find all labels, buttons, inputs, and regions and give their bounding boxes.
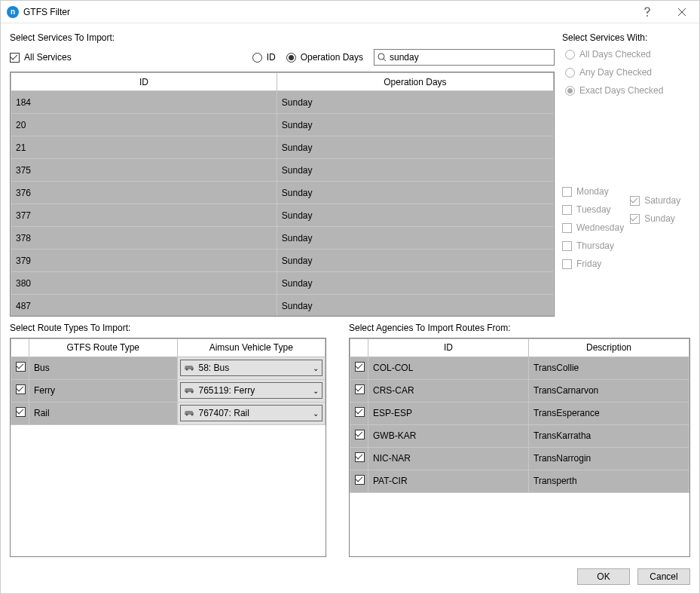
route-header-aimsun[interactable]: Aimsun Vehicle Type xyxy=(177,338,326,357)
close-icon xyxy=(678,8,686,16)
vehicle-type-select[interactable]: 767407: Rail⌄ xyxy=(180,405,323,421)
table-row[interactable]: 21Sunday xyxy=(11,136,554,159)
chevron-down-icon: ⌄ xyxy=(313,387,319,395)
svg-point-1 xyxy=(185,369,188,371)
services-header-op[interactable]: Operation Days xyxy=(277,73,553,91)
route-checkbox[interactable] xyxy=(16,407,26,417)
operation-days-radio[interactable] xyxy=(286,53,296,63)
route-checkbox[interactable] xyxy=(16,384,26,394)
route-header-gtfs[interactable]: GTFS Route Type xyxy=(29,338,178,357)
service-op-cell: Sunday xyxy=(277,182,553,204)
table-row[interactable]: 376Sunday xyxy=(11,182,554,204)
sunday-checkbox xyxy=(630,214,640,224)
service-id-cell: 487 xyxy=(11,295,277,316)
table-row[interactable]: GWB-KAR TransKarratha xyxy=(350,424,689,447)
exact-days-radio xyxy=(565,86,575,96)
agency-header-id[interactable]: ID xyxy=(368,338,529,357)
gtfs-filter-dialog: n GTFS Filter Select Services To Import:… xyxy=(0,0,700,594)
help-button[interactable] xyxy=(630,1,665,23)
services-import-label: Select Services To Import: xyxy=(10,32,555,43)
app-icon: n xyxy=(7,6,19,18)
saturday-label: Saturday xyxy=(644,195,680,206)
agency-desc-cell: TransCarnarvon xyxy=(529,379,689,402)
any-day-label: Any Day Checked xyxy=(579,67,652,78)
close-button[interactable] xyxy=(665,1,699,23)
service-id-cell: 380 xyxy=(11,272,277,295)
vehicle-type-select[interactable]: 58: Bus⌄ xyxy=(180,360,323,376)
all-services-checkbox[interactable] xyxy=(10,53,20,63)
services-table-scroll[interactable]: ID Operation Days 184Sunday20Sunday21Sun… xyxy=(11,72,554,316)
svg-point-0 xyxy=(378,54,384,60)
search-input[interactable] xyxy=(390,52,551,63)
all-services-label: All Services xyxy=(24,52,248,63)
table-row[interactable]: ESP-ESP TransEsperance xyxy=(350,402,689,424)
table-row[interactable]: 378Sunday xyxy=(11,227,554,250)
service-id-cell: 21 xyxy=(11,136,277,159)
table-row[interactable]: 20Sunday xyxy=(11,114,554,136)
svg-point-2 xyxy=(191,369,193,371)
all-days-label: All Days Checked xyxy=(579,49,651,60)
agency-desc-cell: TransCollie xyxy=(529,357,689,379)
services-with-label: Select Services With: xyxy=(562,32,690,43)
table-row[interactable]: NIC-NAR TransNarrogin xyxy=(350,447,689,470)
wednesday-label: Wednesday xyxy=(576,222,624,233)
id-radio-label: ID xyxy=(267,52,276,63)
agency-checkbox[interactable] xyxy=(355,384,365,394)
agency-desc-cell: Transperth xyxy=(529,470,689,492)
service-id-cell: 379 xyxy=(11,250,277,272)
agency-header-check xyxy=(350,338,368,357)
titlebar: n GTFS Filter xyxy=(1,1,699,23)
agency-checkbox[interactable] xyxy=(355,475,365,485)
agency-desc-cell: TransNarrogin xyxy=(529,447,689,470)
table-row[interactable]: 377Sunday xyxy=(11,204,554,227)
services-header-id[interactable]: ID xyxy=(11,73,277,91)
table-row[interactable]: 380Sunday xyxy=(11,272,554,295)
service-op-cell: Sunday xyxy=(277,204,553,227)
agencies-table-scroll[interactable]: ID Description COL-COL TransCollie CRS-C… xyxy=(350,338,689,556)
agency-id-cell: GWB-KAR xyxy=(368,424,529,447)
route-checkbox[interactable] xyxy=(16,362,26,372)
table-row[interactable]: CRS-CAR TransCarnarvon xyxy=(350,379,689,402)
cancel-button[interactable]: Cancel xyxy=(637,568,690,585)
friday-checkbox xyxy=(562,259,572,269)
id-radio[interactable] xyxy=(252,53,262,63)
table-row[interactable]: 375Sunday xyxy=(11,159,554,182)
any-day-radio xyxy=(565,68,575,78)
agency-header-desc[interactable]: Description xyxy=(529,338,689,357)
service-op-cell: Sunday xyxy=(277,159,553,182)
table-row[interactable]: 487Sunday xyxy=(11,295,554,316)
route-types-label: Select Route Types To Import: xyxy=(10,323,326,333)
table-row[interactable]: 379Sunday xyxy=(11,250,554,272)
service-op-cell: Sunday xyxy=(277,114,553,136)
window-title: GTFS Filter xyxy=(23,7,630,17)
help-icon xyxy=(643,7,651,17)
table-row: Ferry 765119: Ferry⌄ xyxy=(11,379,326,402)
operation-days-radio-label: Operation Days xyxy=(301,52,363,63)
svg-point-4 xyxy=(191,391,193,393)
route-gtfs-cell: Ferry xyxy=(29,379,178,402)
table-row[interactable]: PAT-CIR Transperth xyxy=(350,470,689,492)
svg-point-3 xyxy=(185,391,188,393)
agency-checkbox[interactable] xyxy=(355,452,365,462)
agency-checkbox[interactable] xyxy=(355,407,365,417)
search-input-wrap[interactable] xyxy=(374,49,555,66)
all-days-radio xyxy=(565,50,575,60)
thursday-checkbox xyxy=(562,241,572,251)
ok-button[interactable]: OK xyxy=(577,568,630,585)
chevron-down-icon: ⌄ xyxy=(313,409,319,418)
vehicle-type-select[interactable]: 765119: Ferry⌄ xyxy=(180,382,323,399)
agency-checkbox[interactable] xyxy=(355,362,365,372)
agency-desc-cell: TransKarratha xyxy=(529,424,689,447)
monday-checkbox xyxy=(562,187,572,197)
exact-days-label: Exact Days Checked xyxy=(579,85,663,96)
tuesday-label: Tuesday xyxy=(576,204,611,215)
service-op-cell: Sunday xyxy=(277,250,553,272)
friday-label: Friday xyxy=(576,259,601,269)
table-row[interactable]: 184Sunday xyxy=(11,91,554,114)
agency-checkbox[interactable] xyxy=(355,430,365,439)
service-op-cell: Sunday xyxy=(277,295,553,316)
table-row[interactable]: COL-COL TransCollie xyxy=(350,357,689,379)
route-types-table: GTFS Route Type Aimsun Vehicle Type Bus … xyxy=(10,338,326,557)
table-row: Rail 767407: Rail⌄ xyxy=(11,402,326,424)
tuesday-checkbox xyxy=(562,205,572,215)
